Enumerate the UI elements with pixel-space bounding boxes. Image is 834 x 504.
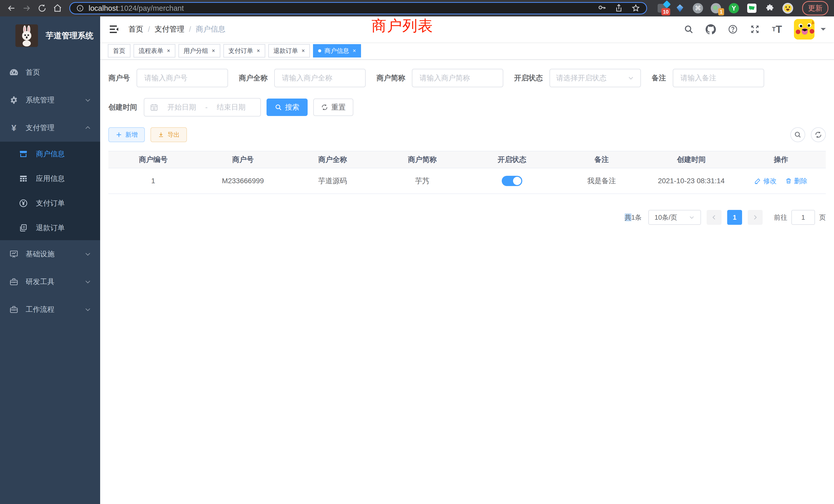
tab-home[interactable]: 首页 <box>108 44 130 58</box>
user-avatar[interactable] <box>794 19 814 40</box>
reset-button[interactable]: 重置 <box>313 98 353 116</box>
tab-user-group[interactable]: 用户分组× <box>178 44 220 58</box>
extension-balloon-icon[interactable] <box>674 3 686 14</box>
tab-pay-order[interactable]: 支付订单× <box>223 44 265 58</box>
sidebar-item-system[interactable]: 系统管理 <box>0 86 100 114</box>
tab-close-icon[interactable]: × <box>167 47 170 54</box>
breadcrumb-home[interactable]: 首页 <box>128 24 143 35</box>
refresh-table-button[interactable] <box>811 127 826 142</box>
table-header: 商户编号 商户号 商户全称 商户简称 开启状态 备注 创建时间 操作 <box>108 152 826 168</box>
merchant-name-input[interactable] <box>274 69 366 87</box>
col-merchant-short: 商户简称 <box>377 155 467 164</box>
shop-icon <box>19 149 28 159</box>
tab-refund-order[interactable]: 退款订单× <box>268 44 310 58</box>
app-logo-row[interactable]: 芋道管理系统 <box>0 17 100 55</box>
status-toggle[interactable] <box>502 176 522 186</box>
extension-recorder-icon[interactable]: 1 <box>710 3 722 14</box>
sidebar-item-pay-order[interactable]: 支付订单 <box>0 191 100 215</box>
remark-input[interactable] <box>673 69 764 87</box>
extension-badge: 10 <box>661 8 670 16</box>
download-icon <box>158 131 164 138</box>
tab-close-icon[interactable]: × <box>257 47 260 54</box>
goto-page-input[interactable] <box>791 210 815 225</box>
sidebar-item-dev-tools[interactable]: 研发工具 <box>0 268 100 296</box>
browser-forward-button[interactable] <box>20 2 34 15</box>
bookmark-star-icon[interactable] <box>631 4 640 13</box>
extension-chat-icon[interactable] <box>746 3 758 14</box>
breadcrumb-current: 商户信息 <box>196 24 225 35</box>
page-info-icon[interactable] <box>76 4 84 12</box>
cell-merchant-short: 芋艿 <box>377 176 467 186</box>
merchant-short-input[interactable] <box>412 69 503 87</box>
font-size-icon[interactable]: TT <box>772 24 782 35</box>
chevron-down-icon <box>84 250 91 258</box>
browser-home-button[interactable] <box>51 2 64 15</box>
sidebar-item-label: 支付管理 <box>26 123 54 133</box>
sidebar-item-merchant-info[interactable]: 商户信息 <box>0 142 100 166</box>
chevron-down-icon <box>84 306 91 313</box>
tab-close-icon[interactable]: × <box>353 47 356 54</box>
refresh-icon <box>814 131 822 139</box>
fullscreen-icon[interactable] <box>750 24 760 35</box>
password-key-icon[interactable] <box>597 4 606 13</box>
address-bar[interactable]: localhost:1024/pay/merchant <box>69 2 647 14</box>
merchant-no-input[interactable] <box>137 69 228 87</box>
prev-page-button[interactable] <box>707 210 722 225</box>
extension-y-icon[interactable]: Y <box>728 3 740 14</box>
field-label: 创建时间 <box>108 102 137 112</box>
sidebar-menu: 首页 系统管理 ¥ 支付管理 商户信息 <box>0 55 100 323</box>
delete-link[interactable]: 删除 <box>785 177 807 186</box>
search-button[interactable]: 搜索 <box>266 98 308 116</box>
extension-command-icon[interactable]: ⌘ <box>692 3 704 14</box>
export-button[interactable]: 导出 <box>151 127 187 142</box>
page-number-1[interactable]: 1 <box>727 210 742 225</box>
extension-badge: 1 <box>718 8 724 16</box>
profile-avatar-icon[interactable] <box>782 3 793 14</box>
col-merchant-no: 商户号 <box>198 155 288 164</box>
tags-view: 首页 流程表单× 用户分组× 支付订单× 退款订单× 商户信息× <box>100 42 834 60</box>
sidebar-item-payment[interactable]: ¥ 支付管理 <box>0 114 100 142</box>
sidebar-item-infrastructure[interactable]: 基础设施 <box>0 240 100 268</box>
tab-merchant-info[interactable]: 商户信息× <box>313 44 361 58</box>
extensions-puzzle-icon[interactable] <box>764 3 775 14</box>
table-row: 1 M233666999 芋道源码 芋艿 我是备注 2021-10-23 08:… <box>108 168 826 194</box>
chevron-down-icon <box>628 75 634 81</box>
next-page-button[interactable] <box>748 210 763 225</box>
tab-close-icon[interactable]: × <box>302 47 305 54</box>
col-merchant-id: 商户编号 <box>108 155 198 164</box>
browser-reload-button[interactable] <box>36 2 49 15</box>
yen-icon: ¥ <box>9 123 19 133</box>
edit-link[interactable]: 修改 <box>754 177 776 186</box>
create-time-range-picker[interactable]: 开始日期 - 结束日期 <box>144 98 261 116</box>
help-icon[interactable] <box>728 24 738 35</box>
sidebar-item-label: 首页 <box>26 68 40 77</box>
show-search-toggle-button[interactable] <box>790 127 805 142</box>
pagination-total: 共1条 <box>625 213 642 222</box>
chevron-down-icon <box>84 278 91 285</box>
browser-update-button[interactable]: 更新 <box>802 1 828 16</box>
sidebar-collapse-icon[interactable] <box>108 24 120 35</box>
calendar-icon <box>150 103 158 111</box>
sidebar-item-refund-order[interactable]: 退款订单 <box>0 215 100 240</box>
browser-back-button[interactable] <box>5 2 18 15</box>
start-date-placeholder: 开始日期 <box>158 102 205 112</box>
breadcrumb-payment[interactable]: 支付管理 <box>155 24 184 35</box>
tab-process-form[interactable]: 流程表单× <box>133 44 175 58</box>
page-size-select[interactable]: 10条/页 <box>649 210 701 225</box>
sidebar-item-home[interactable]: 首页 <box>0 59 100 86</box>
add-button[interactable]: 新增 <box>108 127 145 142</box>
sidebar-item-app-info[interactable]: 应用信息 <box>0 166 100 191</box>
share-icon[interactable] <box>614 4 623 13</box>
status-select[interactable]: 请选择开启状态 <box>549 69 641 87</box>
avatar-caret-icon[interactable] <box>821 28 826 33</box>
col-merchant-name: 商户全称 <box>288 155 377 164</box>
tab-close-icon[interactable]: × <box>212 47 215 54</box>
extension-grid-diamond-icon[interactable]: 10 <box>656 3 667 14</box>
cell-merchant-id: 1 <box>108 177 198 185</box>
github-icon[interactable] <box>706 24 716 35</box>
search-icon[interactable] <box>683 24 694 35</box>
date-separator: - <box>205 103 207 111</box>
sidebar-item-workflow[interactable]: 工作流程 <box>0 296 100 323</box>
field-merchant-no: 商户号 <box>108 69 228 87</box>
chevron-left-icon <box>711 214 718 221</box>
